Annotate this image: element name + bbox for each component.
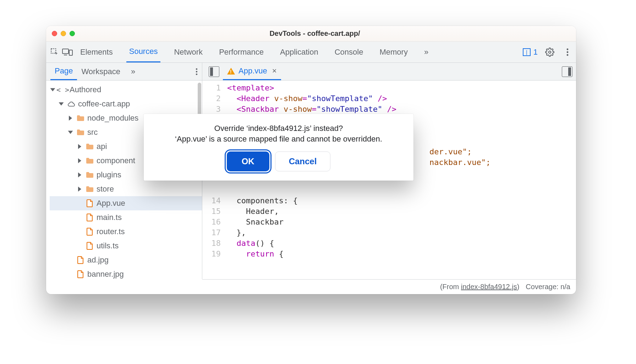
disclosure-icon[interactable] [51, 87, 56, 92]
svg-point-6 [567, 51, 569, 53]
svg-rect-0 [51, 49, 56, 53]
inspect-element-icon[interactable] [49, 46, 60, 58]
code-frag: der.vue"; [429, 147, 472, 156]
file-icon [86, 199, 94, 207]
tabs-overflow[interactable]: » [421, 42, 431, 62]
folder-icon [86, 157, 94, 165]
window-controls [46, 31, 75, 36]
tree-label: node_modules [87, 114, 138, 123]
disclosure-icon[interactable] [78, 172, 83, 177]
ok-button[interactable]: OK [227, 151, 269, 171]
toggle-navigator-icon[interactable] [209, 66, 219, 77]
authored-icon: < > [59, 86, 67, 94]
device-toolbar-icon[interactable] [62, 46, 73, 58]
issues-count: 1 [533, 48, 538, 57]
navtab-page[interactable]: Page [50, 63, 77, 80]
dialog-title: Override ‘index-8bfa4912.js’ instead? [154, 124, 404, 133]
tree-label: utils.ts [97, 241, 119, 250]
tree-label: coffee-cart.app [78, 99, 130, 109]
navtab-workspace[interactable]: Workspace [77, 63, 125, 80]
folder-icon [86, 143, 94, 150]
warning-icon [227, 68, 235, 75]
disclosure-icon[interactable] [78, 158, 83, 163]
tab-performance[interactable]: Performance [216, 42, 267, 62]
tab-network[interactable]: Network [171, 42, 205, 62]
file-icon [77, 256, 84, 264]
svg-point-5 [567, 48, 569, 50]
tree-label: Authored [70, 85, 101, 94]
tree-label: src [87, 128, 98, 137]
issues-counter[interactable]: ❘ 1 [523, 48, 538, 57]
tree-maints[interactable]: main.ts [50, 210, 202, 225]
tree-label: banner.jpg [87, 270, 124, 279]
tree-utilsts[interactable]: utils.ts [50, 239, 202, 253]
dialog-message: ‘App.vue’ is a source mapped file and ca… [154, 134, 404, 144]
tree-label: App.vue [97, 199, 125, 208]
code-line: components: { [227, 196, 298, 205]
scrollbar[interactable] [198, 83, 201, 115]
navigator-menu-icon[interactable] [196, 68, 198, 76]
code-line: Header, [227, 207, 279, 216]
panel-tabstrip: Elements Sources Network Performance App… [46, 42, 576, 63]
svg-point-10 [196, 73, 197, 75]
file-icon [86, 214, 94, 221]
tree-bannerjpg[interactable]: banner.jpg [50, 267, 202, 279]
folder-icon [86, 185, 94, 193]
zoom-window-button[interactable] [70, 31, 75, 36]
source-mapped-from: (From index-8bfa4912.js) [440, 283, 519, 291]
file-tab-label: App.vue [238, 66, 267, 76]
disclosure-icon[interactable] [78, 187, 83, 192]
disclosure-icon[interactable] [69, 116, 74, 121]
svg-rect-1 [62, 49, 68, 54]
tree-label: plugins [97, 170, 121, 180]
more-menu-icon[interactable] [562, 46, 573, 58]
tree-adjpg[interactable]: ad.jpg [50, 253, 202, 267]
from-suffix: ) [517, 283, 520, 291]
tree-label: component [97, 156, 135, 165]
tree-routerts[interactable]: router.ts [50, 225, 202, 239]
tree-appvue[interactable]: App.vue [50, 196, 202, 210]
toggle-debugger-icon[interactable] [562, 66, 572, 77]
cancel-button[interactable]: Cancel [275, 151, 331, 171]
code-line: Snackbar [227, 217, 284, 226]
code-frag: nackbar.vue"; [429, 158, 490, 167]
tree-label: store [97, 184, 114, 194]
tab-sources[interactable]: Sources [126, 42, 161, 62]
file-tab-appvue[interactable]: App.vue × [223, 63, 281, 80]
close-file-tab[interactable]: × [272, 66, 277, 76]
close-window-button[interactable] [52, 31, 57, 36]
issues-icon: ❘ [523, 48, 531, 56]
tree-label: ad.jpg [87, 255, 109, 265]
folder-icon [77, 128, 84, 136]
source-map-link[interactable]: index-8bfa4912.js [461, 283, 517, 291]
from-prefix: (From [440, 283, 461, 291]
code-line: }, [227, 228, 246, 237]
tree-label: api [97, 142, 107, 151]
file-icon [77, 270, 84, 278]
tab-console[interactable]: Console [332, 42, 366, 62]
tree-label: router.ts [97, 227, 125, 236]
tab-elements[interactable]: Elements [77, 42, 116, 62]
devtools-window: DevTools - coffee-cart.app/ Elements Sou… [46, 26, 576, 294]
editor-footer: (From index-8bfa4912.js) Coverage: n/a [202, 279, 576, 294]
svg-point-8 [196, 68, 197, 70]
svg-rect-3 [69, 50, 72, 55]
svg-point-4 [549, 51, 551, 53]
minimize-window-button[interactable] [61, 31, 66, 36]
titlebar: DevTools - coffee-cart.app/ [46, 26, 576, 42]
folder-icon [86, 171, 94, 179]
file-icon [86, 242, 94, 250]
tab-memory[interactable]: Memory [377, 42, 410, 62]
tree-authored[interactable]: < > Authored [50, 83, 202, 97]
tab-application[interactable]: Application [277, 42, 321, 62]
tree-store[interactable]: store [50, 182, 202, 196]
disclosure-icon[interactable] [69, 130, 74, 135]
settings-icon[interactable] [544, 46, 555, 58]
disclosure-icon[interactable] [78, 144, 83, 149]
svg-point-7 [567, 54, 569, 56]
disclosure-icon[interactable] [60, 101, 65, 106]
tree-host[interactable]: coffee-cart.app [50, 97, 202, 111]
navtabs-overflow[interactable]: » [127, 63, 139, 80]
svg-point-9 [196, 71, 197, 72]
cloud-icon [67, 100, 75, 108]
